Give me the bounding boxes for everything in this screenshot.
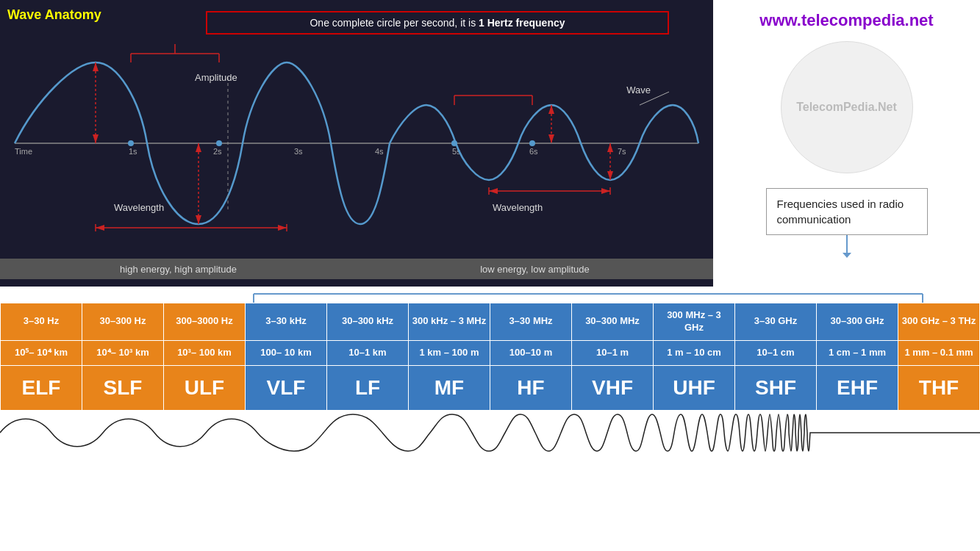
wave-svg: Time 1s 2s 3s 4s 5s 6s 7s: [0, 40, 713, 246]
freq-box: Frequencies used in radio communication: [766, 188, 928, 235]
table-cell: ULF: [164, 365, 246, 410]
logo-circle: TelecomPedia.Net: [781, 41, 913, 173]
svg-marker-29: [96, 225, 104, 231]
wave-bottom: [0, 411, 980, 455]
table-cell: EHF: [817, 365, 898, 410]
svg-text:Time: Time: [15, 147, 32, 156]
table-cell: 1 m – 10 cm: [654, 340, 735, 365]
svg-text:6s: 6s: [529, 147, 538, 156]
svg-point-10: [128, 140, 134, 146]
table-cell: 10⁵– 10⁴ km: [1, 340, 82, 365]
svg-point-11: [216, 140, 222, 146]
table-cell: 1 mm – 0.1 mm: [898, 340, 980, 365]
table-cell: 100– 10 km: [246, 340, 327, 365]
bracket-container: [0, 287, 980, 303]
table-cell: ELF: [1, 365, 82, 410]
table-cell: VLF: [246, 365, 327, 410]
freq-arrow: [846, 235, 848, 253]
svg-text:1s: 1s: [129, 147, 137, 156]
table-cell: 3–30 MHz: [490, 303, 572, 341]
table-cell: 3–30 Hz: [1, 303, 82, 341]
table-cell: UHF: [654, 365, 735, 410]
table-cell: SHF: [735, 365, 817, 410]
svg-marker-24: [607, 171, 613, 180]
svg-marker-30: [278, 225, 287, 231]
svg-marker-23: [548, 134, 554, 143]
table-cell: 30–300 Hz: [82, 303, 164, 341]
svg-marker-34: [489, 188, 498, 194]
bottom-wave-svg: [0, 411, 980, 455]
svg-marker-25: [607, 143, 613, 152]
hertz-box: One complete circle per second, it is 1 …: [206, 11, 669, 35]
freq-table: 3–30 Hz30–300 Hz300–3000 Hz3–30 kHz30–30…: [0, 303, 980, 411]
table-cell: THF: [898, 365, 980, 410]
wavelength-label-right: Wavelength: [493, 202, 543, 213]
svg-marker-19: [196, 143, 201, 152]
energy-bar: high energy, high amplitude low energy, …: [0, 259, 713, 279]
svg-marker-35: [601, 188, 610, 194]
energy-low: low energy, low amplitude: [357, 259, 713, 279]
table-cell: MF: [409, 365, 490, 410]
logo-text: TelecomPedia.Net: [796, 101, 897, 114]
svg-marker-22: [548, 105, 554, 114]
bracket-svg: [0, 287, 980, 303]
table-cell: 300 MHz – 3 GHz: [654, 303, 735, 341]
wave-title: Wave Anatomy: [7, 7, 101, 23]
table-cell: 10–1 cm: [735, 340, 817, 365]
table-cell: 30–300 MHz: [572, 303, 654, 341]
table-cell: 30–300 GHz: [817, 303, 898, 341]
table-cell: 10⁴– 10³ km: [82, 340, 164, 365]
svg-marker-18: [196, 215, 201, 224]
hertz-bold: 1 Hertz frequency: [479, 17, 565, 29]
wave-label: Wave: [626, 84, 651, 96]
svg-text:Amplitude: Amplitude: [195, 72, 237, 83]
table-cell: 10–1 km: [327, 340, 409, 365]
table-cell: 1 km – 100 m: [409, 340, 490, 365]
table-cell: 300 kHz – 3 MHz: [409, 303, 490, 341]
hertz-label: One complete circle per second, it is: [310, 17, 479, 29]
table-cell: 100–10 m: [490, 340, 572, 365]
svg-point-12: [451, 140, 457, 146]
table-cell: SLF: [82, 365, 164, 410]
svg-text:3s: 3s: [294, 147, 303, 156]
energy-high: high energy, high amplitude: [0, 259, 357, 279]
svg-point-13: [529, 140, 535, 146]
table-cell: 10–1 m: [572, 340, 654, 365]
table-cell: 300 GHz – 3 THz: [898, 303, 980, 341]
table-cell: 300–3000 Hz: [164, 303, 246, 341]
table-cell: 30–300 kHz: [327, 303, 409, 341]
wave-diagram: Wave Anatomy One complete circle per sec…: [0, 0, 713, 287]
table-cell: VHF: [572, 365, 654, 410]
svg-text:7s: 7s: [618, 147, 626, 156]
top-section: Wave Anatomy One complete circle per sec…: [0, 0, 980, 287]
table-cell: 1 cm – 1 mm: [817, 340, 898, 365]
table-cell: 3–30 GHz: [735, 303, 817, 341]
table-cell: 3–30 kHz: [246, 303, 327, 341]
svg-text:2s: 2s: [213, 147, 222, 156]
right-panel: www.telecompedia.net TelecomPedia.Net Fr…: [713, 0, 980, 287]
svg-marker-16: [93, 62, 99, 71]
site-url: www.telecompedia.net: [759, 11, 933, 30]
svg-text:4s: 4s: [375, 147, 384, 156]
wavelength-label-left: Wavelength: [114, 202, 164, 213]
table-cell: LF: [327, 365, 409, 410]
svg-marker-17: [93, 134, 99, 143]
table-cell: HF: [490, 365, 572, 410]
table-cell: 10³– 100 km: [164, 340, 246, 365]
